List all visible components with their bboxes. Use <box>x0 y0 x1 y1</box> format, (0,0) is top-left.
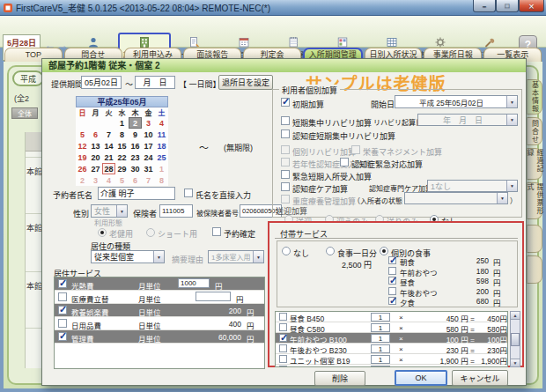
calendar-day-today[interactable]: 28 <box>102 163 115 174</box>
row-checkbox[interactable] <box>58 306 67 314</box>
period-end-input[interactable] <box>135 76 175 89</box>
calendar-month-header[interactable]: 平成25年05月 <box>76 96 168 107</box>
delete-button[interactable]: 削除 <box>314 371 365 386</box>
table-row[interactable]: 教養娯楽費 日単位 200 円 <box>55 304 264 317</box>
qty-input[interactable] <box>371 355 390 364</box>
table-row[interactable]: 朝食 × 150 円 = 150円 <box>276 365 507 367</box>
row-checkbox[interactable] <box>279 366 287 367</box>
scroll-up-icon[interactable]: ▲ <box>511 312 520 320</box>
qty-input[interactable] <box>371 344 390 353</box>
reservist-name-input[interactable] <box>98 187 175 200</box>
scroll-thumb[interactable] <box>511 333 520 346</box>
emergency-checkbox[interactable] <box>281 170 290 179</box>
qty-input[interactable] <box>371 313 390 322</box>
row-checkbox[interactable] <box>279 344 287 352</box>
table-row[interactable]: 昼食 C580 × 580 円 = 580円 <box>276 322 507 333</box>
dropdown-arrow-icon[interactable] <box>506 115 517 125</box>
lunch-checkbox[interactable] <box>388 277 396 285</box>
side-tab-empty[interactable] <box>527 255 542 284</box>
table-row[interactable]: 光熱費 月単位 円 <box>55 277 264 291</box>
dropdown-arrow-icon[interactable] <box>506 96 517 107</box>
am-snack-checkbox[interactable] <box>388 267 396 275</box>
table-row[interactable]: 管理費 月単位 60,000 円 <box>55 330 264 344</box>
cancel-button[interactable]: キャンセル <box>452 370 508 386</box>
amount-input[interactable] <box>178 278 210 288</box>
table-row[interactable]: 昼食 B450 × 450 円 = 450円 <box>276 312 507 322</box>
side-tab-progress-record[interactable]: 経過記録 <box>527 148 542 180</box>
ok-button[interactable]: OK <box>395 370 447 386</box>
dropdown-arrow-icon[interactable] <box>153 251 164 263</box>
dropdown-arrow-icon[interactable] <box>506 181 517 191</box>
background-small-button[interactable]: 全体 <box>11 107 38 119</box>
pm-snack-checkbox[interactable] <box>388 287 396 295</box>
start-date-select[interactable]: 平成 25年05月02日 <box>395 95 518 108</box>
reservation-confirm-label: 予約確定 <box>224 228 255 240</box>
breakfast-checkbox[interactable] <box>388 256 396 264</box>
side-tab-service-sheet[interactable]: 提供票形式 <box>527 182 542 219</box>
initial-addon-label: 初期加算 <box>292 99 324 110</box>
qty-input[interactable] <box>371 323 390 332</box>
reason-select[interactable]: 1多床室入用 <box>208 250 264 263</box>
usage-rouken-radio[interactable] <box>98 228 107 237</box>
items-scrollbar[interactable]: ▲ ▼ <box>510 311 520 367</box>
table-row[interactable]: ユニット個室 B19 × 1,900 円 = 1,900円 <box>276 354 507 365</box>
meals-daily-radio[interactable] <box>326 247 335 255</box>
meals-none-radio[interactable] <box>282 247 291 255</box>
set-discharge-date-button[interactable]: 退所日を設定 <box>218 75 273 90</box>
severe-care-checkbox[interactable] <box>281 195 290 203</box>
table-row[interactable]: 日用品費 日単位 400 円 <box>55 317 264 330</box>
user-icon <box>87 36 100 48</box>
minimize-button[interactable] <box>473 0 496 12</box>
residence-type-select[interactable]: 従来型個室 <box>91 250 165 263</box>
severe-state-close: ） <box>510 196 517 205</box>
dropdown-arrow-icon[interactable] <box>497 193 507 203</box>
range-tilde: ～ <box>199 140 209 154</box>
wrench-icon <box>483 36 496 48</box>
row-checkbox[interactable] <box>58 319 67 328</box>
nutrition-checkbox[interactable] <box>351 145 360 154</box>
initial-addon-checkbox[interactable] <box>281 98 290 107</box>
side-tab-inquiry[interactable]: 問合せ <box>527 117 542 145</box>
dropdown-arrow-icon[interactable] <box>116 205 127 217</box>
rehab-date-select[interactable]: 年 月 日 <box>417 114 518 126</box>
table-row-selected[interactable]: 午前おやつ B100 × 100 円 = 100円 <box>276 333 507 344</box>
close-button[interactable] <box>519 0 544 12</box>
row-checkbox[interactable] <box>279 323 287 331</box>
qty-input[interactable] <box>371 334 390 343</box>
insurer-input[interactable] <box>159 204 193 218</box>
calendar-week-row: 2345678 <box>76 174 168 186</box>
table-row[interactable]: 午後おやつ B230 × 230 円 = 230円 <box>276 344 507 354</box>
qty-input[interactable] <box>371 366 390 367</box>
period-start-input[interactable] <box>81 76 122 89</box>
young-dementia-checkbox[interactable] <box>281 158 290 166</box>
row-checkbox[interactable] <box>279 334 287 342</box>
row-checkbox[interactable] <box>279 313 287 321</box>
gender-select[interactable]: 女性 <box>91 204 128 218</box>
row-checkbox[interactable] <box>279 355 287 363</box>
dementia-rehab-checkbox[interactable] <box>281 129 290 138</box>
scroll-down-icon[interactable]: ▼ <box>511 359 520 366</box>
dementia-pro-select[interactable]: 1なし <box>427 180 518 192</box>
individual-rehab-label: 個別リハビリ加算 <box>292 146 356 158</box>
meals-individual-radio[interactable] <box>380 247 388 255</box>
dropdown-arrow-icon[interactable] <box>253 251 263 263</box>
calendar-day[interactable]: 1 <box>115 117 129 129</box>
dementia-care-checkbox[interactable] <box>281 182 290 191</box>
dinner-checkbox[interactable] <box>388 297 396 305</box>
amount-input[interactable] <box>196 292 231 301</box>
usage-short-radio[interactable] <box>146 228 155 237</box>
severe-state-select[interactable] <box>404 192 508 204</box>
table-row[interactable]: 医療費立替 月単位 円 <box>55 291 264 304</box>
calendar-day-selected[interactable]: 2 <box>129 117 142 129</box>
row-checkbox[interactable] <box>58 332 67 341</box>
maximize-button[interactable] <box>496 0 519 12</box>
reservation-confirm-checkbox[interactable] <box>212 227 221 236</box>
side-tab-empty[interactable] <box>527 225 542 253</box>
row-checkbox[interactable] <box>58 292 67 301</box>
rehab-addon-checkbox[interactable] <box>281 116 290 125</box>
row-checkbox[interactable] <box>58 279 67 288</box>
side-tab-basic-info[interactable]: 基本情報 <box>527 79 542 115</box>
individual-rehab-checkbox[interactable] <box>281 145 290 154</box>
dementia-emergency-checkbox[interactable] <box>340 158 349 166</box>
direct-name-checkbox[interactable] <box>184 189 193 197</box>
